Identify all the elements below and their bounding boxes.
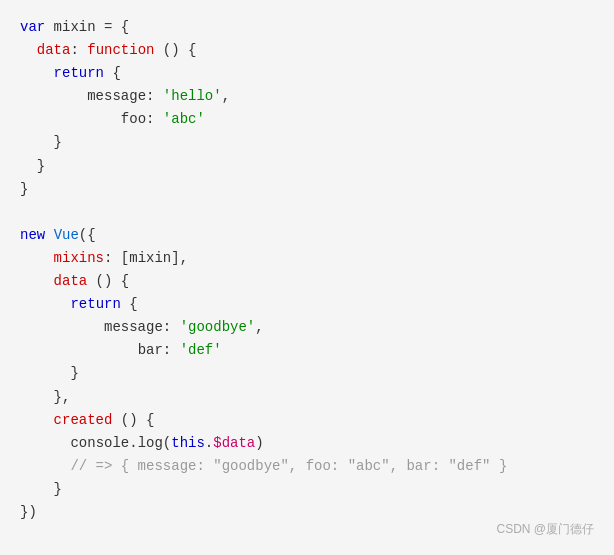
- code-line: new Vue({: [20, 224, 594, 247]
- code-line: }: [20, 155, 594, 178]
- code-line: var mixin = {: [20, 16, 594, 39]
- code-line: [20, 201, 594, 224]
- code-line: bar: 'def': [20, 339, 594, 362]
- code-line: message: 'hello',: [20, 85, 594, 108]
- code-line: return {: [20, 293, 594, 316]
- code-line: // => { message: "goodbye", foo: "abc", …: [20, 455, 594, 478]
- code-block: var mixin = { data: function () { return…: [20, 16, 594, 524]
- watermark: CSDN @厦门德仔: [496, 520, 594, 539]
- code-line: data: function () {: [20, 39, 594, 62]
- code-line: },: [20, 386, 594, 409]
- code-line: return {: [20, 62, 594, 85]
- code-line: mixins: [mixin],: [20, 247, 594, 270]
- code-container: var mixin = { data: function () { return…: [0, 0, 614, 555]
- code-line: message: 'goodbye',: [20, 316, 594, 339]
- code-line: }: [20, 362, 594, 385]
- code-line: }: [20, 478, 594, 501]
- code-line: created () {: [20, 409, 594, 432]
- code-line: console.log(this.$data): [20, 432, 594, 455]
- code-line: foo: 'abc': [20, 108, 594, 131]
- code-line: data () {: [20, 270, 594, 293]
- code-line: }: [20, 178, 594, 201]
- code-line: }: [20, 131, 594, 154]
